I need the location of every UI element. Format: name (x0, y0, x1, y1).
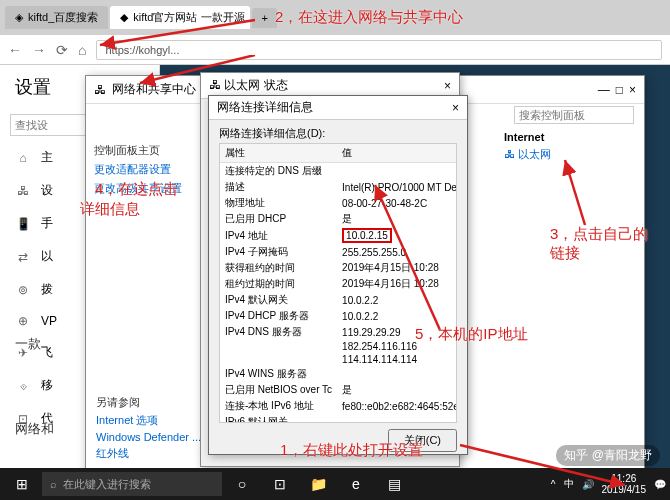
cp-search-input[interactable] (514, 106, 634, 124)
forward-icon[interactable]: → (32, 42, 46, 58)
edge-icon[interactable]: e (338, 470, 374, 498)
table-row[interactable]: IPv6 默认网关 (220, 414, 457, 423)
tray[interactable]: ^ 中 🔊 11:26 2019/4/15 💬 (551, 473, 666, 495)
browser-tab-strip: ◈kiftd_百度搜索 ◆kiftd官方网站 一款开源× + (0, 0, 670, 35)
table-row[interactable]: 已启用 DHCP是 (220, 211, 457, 227)
tab-favicon: ◆ (120, 11, 128, 24)
table-row[interactable]: IPv4 WINS 服务器 (220, 366, 457, 382)
cortana-icon[interactable]: ○ (224, 470, 260, 498)
home-icon: ⌂ (15, 151, 31, 165)
dialog-titlebar[interactable]: 网络连接详细信息 × (209, 96, 467, 120)
tab-favicon: ◈ (15, 11, 23, 24)
table-row[interactable]: 114.114.114.114 (220, 353, 457, 366)
table-row[interactable]: IPv4 DNS 服务器119.29.29.29 (220, 324, 457, 340)
new-tab-button[interactable]: + (252, 8, 277, 28)
minimize-icon[interactable]: — (598, 83, 610, 97)
table-row[interactable]: 连接特定的 DNS 后缀 (220, 163, 457, 180)
table-row[interactable]: IPv4 子网掩码255.255.255.0 (220, 244, 457, 260)
url-toolbar: ← → ⟳ ⌂ https://kohgyl... (0, 35, 670, 65)
maximize-icon[interactable]: □ (616, 83, 623, 97)
ime-icon[interactable]: 中 (564, 477, 574, 491)
table-row[interactable]: 物理地址08-00-27-30-48-2C (220, 195, 457, 211)
col-property: 属性 (220, 144, 337, 163)
taskbar-search[interactable]: ⌕在此键入进行搜索 (42, 472, 222, 496)
table-row[interactable]: 182.254.116.116 (220, 340, 457, 353)
wifi-icon: ⊚ (15, 283, 31, 297)
hotspot-icon: ⟐ (15, 379, 31, 393)
defender-link[interactable]: Windows Defender ... (96, 431, 201, 443)
refresh-icon[interactable]: ⟳ (56, 42, 68, 58)
ethernet-link[interactable]: 🖧 以太网 (504, 148, 551, 160)
vpn-icon: ⊕ (15, 314, 31, 328)
clock-date: 2019/4/15 (602, 484, 647, 495)
back-icon[interactable]: ← (8, 42, 22, 58)
table-row[interactable]: 已启用 NetBIOS over Tc是 (220, 382, 457, 398)
cp-connections: Internet 🖧 以太网 (504, 131, 634, 162)
col-value: 值 (337, 144, 457, 163)
tray-up-icon[interactable]: ^ (551, 479, 556, 490)
table-row[interactable]: IPv4 默认网关10.0.2.2 (220, 292, 457, 308)
infrared-link[interactable]: 红外线 (96, 446, 201, 461)
cp-adapter-link[interactable]: 更改适配器设置 (94, 162, 198, 177)
table-row[interactable]: 描述Intel(R) PRO/1000 MT Desktop Adap (220, 179, 457, 195)
internet-label: Internet (504, 131, 634, 143)
start-button[interactable]: ⊞ (4, 470, 40, 498)
table-row[interactable]: 连接-本地 IPv6 地址fe80::e0b2:e682:4645:52ed%6 (220, 398, 457, 414)
table-row[interactable]: 获得租约的时间2019年4月15日 10:28 (220, 260, 457, 276)
network-icon: 🖧 (209, 78, 221, 92)
cp-home-link[interactable]: 控制面板主页 (94, 143, 198, 158)
cp-sidebar: 控制面板主页 更改适配器设置 更改高级共享设置 (86, 131, 206, 208)
internet-options-link[interactable]: Internet 选项 (96, 413, 201, 428)
watermark: 知乎 @青阳龙野 (556, 445, 660, 466)
close-icon[interactable]: × (250, 12, 251, 24)
details-label: 网络连接详细信息(D): (209, 120, 467, 143)
table-row[interactable]: IPv4 DHCP 服务器10.0.2.2 (220, 308, 457, 324)
close-icon[interactable]: × (629, 83, 636, 97)
volume-icon[interactable]: 🔊 (582, 479, 594, 490)
tab-baidu[interactable]: ◈kiftd_百度搜索 (5, 6, 108, 29)
details-table: 属性值 连接特定的 DNS 后缀描述Intel(R) PRO/1000 MT D… (219, 143, 457, 423)
see-also-header: 另请参阅 (96, 395, 201, 410)
close-icon[interactable]: × (452, 101, 459, 115)
ethernet-icon: ⇄ (15, 250, 31, 264)
explorer-icon[interactable]: 📁 (300, 470, 336, 498)
close-button[interactable]: 关闭(C) (388, 429, 457, 452)
tab-label: kiftd_百度搜索 (28, 10, 98, 25)
search-icon: ⌕ (50, 478, 57, 490)
notification-icon[interactable]: 💬 (654, 479, 666, 490)
page-text: 一款 (15, 335, 41, 353)
table-row[interactable]: IPv4 地址10.0.2.15 (220, 227, 457, 244)
clock-time: 11:26 (602, 473, 647, 484)
close-icon[interactable]: × (444, 79, 451, 93)
network-details-dialog: 网络连接详细信息 × 网络连接详细信息(D): 属性值 连接特定的 DNS 后缀… (208, 95, 468, 455)
url-input[interactable]: https://kohgyl... (96, 40, 662, 60)
phone-icon: 📱 (15, 217, 31, 231)
tab-kiftd[interactable]: ◆kiftd官方网站 一款开源× (110, 6, 250, 29)
home-icon[interactable]: ⌂ (78, 42, 86, 58)
table-row[interactable]: 租约过期的时间2019年4月16日 10:28 (220, 276, 457, 292)
page-text: 网络和 (15, 420, 54, 438)
dialog-title: 网络连接详细信息 (217, 99, 313, 116)
cp-sharing-link[interactable]: 更改高级共享设置 (94, 181, 198, 196)
network-icon: 🖧 (94, 83, 106, 97)
window-title: 网络和共享中心 (112, 81, 196, 98)
device-icon: 🖧 (15, 184, 31, 198)
taskview-icon[interactable]: ⊡ (262, 470, 298, 498)
app-icon[interactable]: ▤ (376, 470, 412, 498)
tab-label: kiftd官方网站 一款开源 (133, 10, 244, 25)
taskbar: ⊞ ⌕在此键入进行搜索 ○ ⊡ 📁 e ▤ ^ 中 🔊 11:26 2019/4… (0, 468, 670, 500)
see-also: 另请参阅 Internet 选项 Windows Defender ... 红外… (96, 392, 201, 464)
